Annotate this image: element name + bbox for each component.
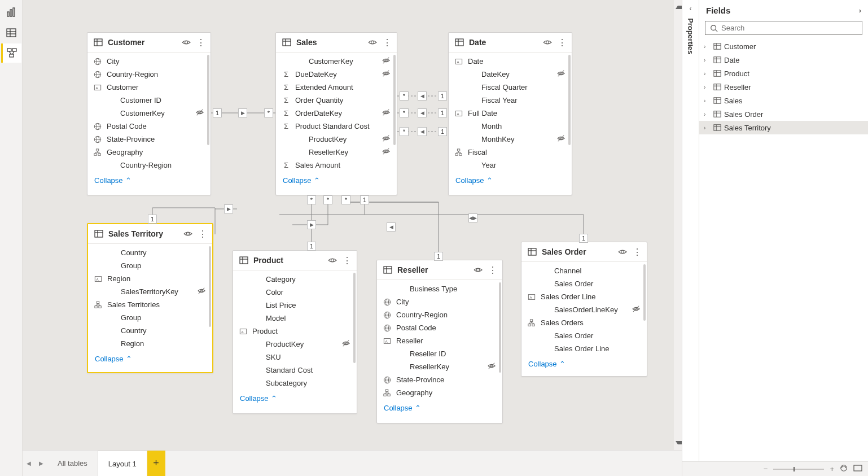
field-row[interactable]: List Price: [233, 299, 357, 312]
chevron-right-icon[interactable]: ›: [859, 6, 861, 15]
tab-next-button[interactable]: ▶: [35, 451, 47, 476]
model-view-button[interactable]: [1, 43, 21, 63]
field-row[interactable]: City: [377, 295, 502, 308]
table-reseller[interactable]: Reseller ⋮ Business TypeCityCountry-Regi…: [376, 260, 503, 423]
collapse-button[interactable]: Collapse ⌃: [276, 173, 397, 190]
table-sales-order[interactable]: Sales Order ⋮ ChannelSales OrderASales O…: [521, 242, 647, 377]
field-row[interactable]: State-Province: [87, 133, 211, 146]
field-row[interactable]: Subcategory: [233, 377, 357, 390]
field-table-item[interactable]: ›Customer: [699, 40, 868, 53]
field-row[interactable]: State-Province: [377, 373, 502, 386]
canvas-scrollbar[interactable]: [674, 0, 682, 450]
field-row[interactable]: ΣExtended Amount: [276, 81, 397, 94]
tab-all-tables[interactable]: All tables: [47, 451, 98, 476]
field-row[interactable]: SKU: [233, 351, 357, 364]
field-row[interactable]: ProductKey: [233, 338, 357, 351]
field-table-item[interactable]: ›Reseller: [699, 80, 868, 94]
collapse-button[interactable]: Collapse ⌃: [87, 173, 211, 190]
field-row[interactable]: Sales Order: [521, 329, 647, 342]
field-table-item[interactable]: ›Sales Territory: [699, 121, 868, 134]
visibility-icon[interactable]: [367, 37, 378, 47]
field-row[interactable]: Fiscal: [449, 146, 572, 159]
field-row[interactable]: Country: [88, 246, 212, 259]
field-row[interactable]: ACustomer: [87, 81, 211, 94]
field-row[interactable]: Geography: [87, 146, 211, 159]
more-options-icon[interactable]: ⋮: [382, 37, 392, 47]
tab-layout-1[interactable]: Layout 1: [98, 451, 147, 476]
field-row[interactable]: Sales Territories: [88, 298, 212, 311]
collapse-button[interactable]: Collapse ⌃: [521, 356, 647, 374]
visibility-icon[interactable]: [181, 37, 191, 47]
more-options-icon[interactable]: ⋮: [488, 265, 498, 275]
fit-to-page-button[interactable]: [840, 464, 848, 474]
table-date[interactable]: Date ⋮ ADateDateKeyFiscal QuarterFiscal …: [448, 32, 572, 195]
report-view-button[interactable]: [1, 3, 21, 22]
tab-prev-button[interactable]: ◀: [23, 451, 35, 476]
field-row[interactable]: ΣDueDateKey: [276, 68, 397, 81]
more-options-icon[interactable]: ⋮: [196, 37, 206, 47]
zoom-out-button[interactable]: −: [764, 465, 768, 473]
field-row[interactable]: Country: [88, 324, 212, 337]
more-options-icon[interactable]: ⋮: [342, 255, 352, 265]
field-row[interactable]: Geography: [377, 386, 502, 399]
visibility-icon[interactable]: [473, 265, 483, 275]
field-row[interactable]: City: [87, 55, 211, 68]
field-row[interactable]: ASales Order Line: [521, 290, 647, 303]
field-row[interactable]: Model: [233, 312, 357, 325]
field-row[interactable]: Color: [233, 286, 357, 299]
field-row[interactable]: AReseller: [377, 334, 502, 347]
table-customer[interactable]: Customer ⋮ CityCountry-RegionACustomerCu…: [87, 32, 211, 195]
field-row[interactable]: Sales Order: [521, 277, 647, 290]
field-row[interactable]: Country-Region: [87, 68, 211, 81]
visibility-icon[interactable]: [327, 255, 337, 265]
page-view-button[interactable]: [853, 465, 862, 473]
field-row[interactable]: Group: [88, 311, 212, 324]
field-table-item[interactable]: ›Date: [699, 53, 868, 67]
field-row[interactable]: ProductKey: [276, 133, 397, 146]
visibility-icon[interactable]: [542, 37, 553, 47]
field-row[interactable]: Channel: [521, 264, 647, 277]
properties-pane-collapsed[interactable]: ‹ Properties: [682, 0, 699, 461]
collapse-button[interactable]: Collapse ⌃: [233, 391, 357, 408]
field-row[interactable]: Sales Orders: [521, 316, 647, 329]
visibility-icon[interactable]: [617, 247, 628, 257]
field-row[interactable]: Country-Region: [377, 308, 502, 321]
field-row[interactable]: ADate: [449, 55, 572, 68]
table-sales-territory[interactable]: Sales Territory ⋮ CountryGroupARegionSal…: [87, 223, 213, 373]
model-canvas[interactable]: Customer ⋮ CityCountry-RegionACustomerCu…: [23, 0, 682, 450]
more-options-icon[interactable]: ⋮: [632, 247, 642, 257]
field-row[interactable]: Category: [233, 273, 357, 286]
field-row[interactable]: DateKey: [449, 68, 572, 81]
collapse-button[interactable]: Collapse ⌃: [377, 400, 502, 418]
field-row[interactable]: ΣOrderDateKey: [276, 107, 397, 120]
fields-search[interactable]: [705, 21, 862, 35]
field-row[interactable]: Standard Cost: [233, 364, 357, 377]
field-row[interactable]: ResellerKey: [276, 146, 397, 159]
table-sales[interactable]: Sales ⋮ CustomerKeyΣDueDateKeyΣExtended …: [275, 32, 397, 195]
data-view-button[interactable]: [1, 23, 21, 42]
field-row[interactable]: MonthKey: [449, 133, 572, 146]
collapse-button[interactable]: Collapse ⌃: [88, 351, 212, 369]
field-row[interactable]: AProduct: [233, 325, 357, 338]
field-row[interactable]: Year: [449, 159, 572, 172]
field-row[interactable]: Group: [88, 259, 212, 272]
field-table-item[interactable]: ›Sales Order: [699, 107, 868, 121]
field-row[interactable]: ARegion: [88, 272, 212, 285]
table-product[interactable]: Product ⋮ CategoryColorList PriceModelAP…: [233, 250, 357, 414]
field-table-item[interactable]: ›Product: [699, 67, 868, 80]
field-row[interactable]: Postal Code: [377, 321, 502, 334]
field-row[interactable]: Month: [449, 120, 572, 133]
visibility-icon[interactable]: [183, 229, 193, 239]
more-options-icon[interactable]: ⋮: [557, 37, 567, 47]
field-row[interactable]: AFull Date: [449, 107, 572, 120]
zoom-slider[interactable]: [773, 469, 824, 470]
field-row[interactable]: Reseller ID: [377, 347, 502, 360]
field-row[interactable]: Fiscal Quarter: [449, 81, 572, 94]
search-input[interactable]: [721, 24, 857, 32]
zoom-in-button[interactable]: +: [830, 465, 834, 473]
field-table-item[interactable]: ›Sales: [699, 94, 868, 107]
field-row[interactable]: CustomerKey: [276, 55, 397, 68]
field-row[interactable]: Postal Code: [87, 120, 211, 133]
field-row[interactable]: ΣSales Amount: [276, 159, 397, 172]
field-row[interactable]: Region: [88, 337, 212, 350]
